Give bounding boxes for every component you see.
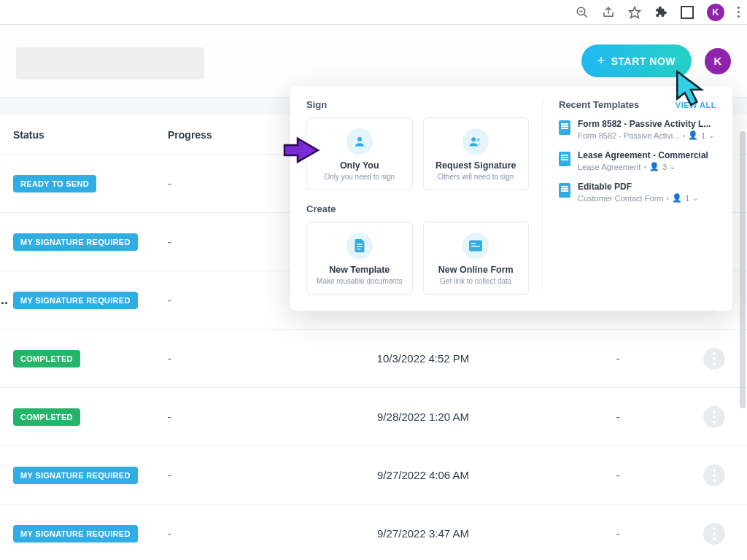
svg-rect-8 [357,246,363,247]
people-icon [462,128,489,155]
svg-point-5 [472,137,476,141]
table-row[interactable]: MY SIGNATURE REQUIRED-9/27/2022 3:47 AM- [0,505,747,560]
recent-templates-list: Form 8582 - Passive Activity L...Form 85… [559,119,716,203]
row-menu-button[interactable] [703,523,725,545]
row-prefix-ellipsis: ... [0,292,8,308]
table-row[interactable]: COMPLETED-9/28/2022 1:20 AM- [0,388,747,446]
document-icon [347,233,373,259]
status-badge: COMPLETED [13,408,80,426]
date-cell: 9/27/2022 4:06 AM [314,469,533,481]
date-cell: 9/27/2022 3:47 AM [314,527,533,540]
form-icon [462,233,489,259]
row-menu-button[interactable] [703,348,725,370]
card-online-sub: Get link to collect data [430,277,523,285]
svg-rect-7 [357,244,363,244]
recent-templates-heading: Recent Templates [559,99,639,110]
share-icon[interactable] [602,6,615,19]
svg-rect-12 [471,246,480,247]
progress-cell: - [168,411,314,423]
person-icon [347,128,373,155]
popover-create-heading: Create [306,203,529,214]
date-cell: 9/28/2022 1:20 AM [314,411,533,423]
extra-cell: - [533,470,703,481]
popover-sign-heading: Sign [306,99,529,110]
card-only-you-title: Only You [313,160,406,171]
svg-rect-11 [471,243,476,244]
browser-profile-avatar[interactable]: K [707,4,724,21]
card-template-title: New Template [313,265,406,275]
zoom-out-icon[interactable] [576,6,589,19]
row-menu-button[interactable] [703,464,725,486]
svg-marker-13 [677,71,701,105]
template-title: Lease Agreement - Commercial [578,150,716,160]
start-now-label: START NOW [611,55,676,67]
document-icon [559,183,570,198]
template-meta: Lease Agreement • 👤3 ⌄ [578,162,716,171]
progress-cell: - [168,528,314,540]
svg-marker-3 [630,7,640,18]
row-menu-button[interactable] [703,406,725,428]
table-row[interactable]: COMPLETED-10/3/2022 4:52 PM- [0,330,747,388]
app-profile-avatar[interactable]: K [705,48,731,74]
plus-icon: + [597,53,605,69]
status-badge: MY SIGNATURE REQUIRED [13,467,138,484]
template-title: Form 8582 - Passive Activity L... [578,119,716,129]
template-meta: Form 8582 - Passive Activi... • 👤1 ⌄ [578,131,716,140]
card-request-title: Request Signature [430,160,523,171]
template-title: Editable PDF [578,182,716,192]
bookmark-star-icon[interactable] [628,6,641,19]
scrollbar[interactable] [740,131,746,408]
document-icon [559,152,570,166]
card-request-sub: Others will need to sign [430,173,523,181]
card-only-you[interactable]: Only You Only you need to sign [306,117,413,190]
template-meta: Customer Contact Form • 👤1 ⌄ [578,193,716,203]
progress-cell: - [168,353,314,365]
reader-mode-icon[interactable] [681,6,694,19]
date-cell: 10/3/2022 4:52 PM [314,352,533,365]
status-badge: MY SIGNATURE REQUIRED [13,292,138,309]
status-badge: MY SIGNATURE REQUIRED [13,525,138,542]
document-icon [559,120,570,135]
svg-line-1 [584,14,587,18]
status-badge: MY SIGNATURE REQUIRED [13,233,138,251]
svg-point-6 [477,139,480,141]
status-badge: COMPLETED [13,350,80,368]
column-status[interactable]: Status [0,129,168,141]
recent-template-item[interactable]: Form 8582 - Passive Activity L...Form 85… [559,119,716,140]
recent-template-item[interactable]: Lease Agreement - CommercialLease Agreem… [559,150,716,171]
card-online-title: New Online Form [430,265,523,275]
extra-cell: - [533,411,703,423]
table-row[interactable]: MY SIGNATURE REQUIRED-9/27/2022 4:06 AM- [0,446,747,505]
annotation-cursor-icon [676,70,706,108]
card-new-template[interactable]: New Template Make reusable documents [306,222,413,295]
browser-chrome-bar: K [0,0,747,25]
card-request-signature[interactable]: Request Signature Others will need to si… [423,117,530,190]
extra-cell: - [533,528,703,540]
recent-template-item[interactable]: Editable PDFCustomer Contact Form • 👤1 ⌄ [559,182,716,203]
extra-cell: - [533,353,703,365]
annotation-arrow-icon [277,136,320,165]
progress-cell: - [168,470,314,481]
svg-point-4 [357,137,362,141]
card-new-online-form[interactable]: New Online Form Get link to collect data [423,222,530,295]
card-only-you-sub: Only you need to sign [313,173,406,181]
browser-menu-icon[interactable] [738,7,740,18]
svg-rect-9 [357,249,360,249]
start-now-popover: Sign Only You Only you need to sign Requ… [290,86,732,311]
extensions-icon[interactable] [654,6,667,19]
status-badge: READY TO SEND [13,175,96,192]
svg-marker-14 [285,139,318,162]
card-template-sub: Make reusable documents [313,277,406,285]
header-placeholder [16,47,204,79]
